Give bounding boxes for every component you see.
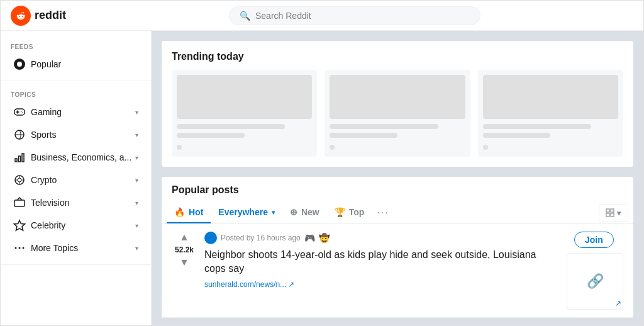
celebrity-label: Celebrity [31, 220, 65, 230]
reddit-logo-icon [11, 6, 31, 26]
trending-card-dot-2 [330, 145, 335, 150]
sports-chevron: ▾ [135, 132, 138, 138]
tab-top-label: Top [349, 207, 365, 217]
trending-card-image-2 [330, 75, 465, 119]
tab-more-dots[interactable]: ··· [372, 205, 394, 221]
post-title[interactable]: Neighbor shoots 14-year-old as kids play… [204, 248, 559, 276]
link-icon: 🔗 [587, 273, 604, 289]
tab-hot-label: Hot [189, 207, 203, 217]
svg-point-21 [15, 247, 17, 249]
popular-posts-title: Popular posts [172, 184, 623, 196]
more-topics-label: More Topics [31, 243, 78, 253]
layout-chevron: ▾ [617, 208, 621, 218]
svg-rect-11 [19, 156, 21, 162]
popular-label: Popular [31, 59, 61, 69]
sidebar-item-celebrity[interactable]: Celebrity ▾ [3, 214, 148, 237]
post-link[interactable]: sunherald.com/news/n... ↗ [204, 280, 559, 289]
tab-hot[interactable]: 🔥 Hot [167, 202, 211, 223]
tab-new[interactable]: ⊕ New [282, 202, 327, 223]
upvote-button[interactable]: ▲ [179, 232, 189, 243]
tab-everywhere-label: Everywhere [218, 207, 268, 217]
sidebar-item-business[interactable]: Business, Economics, a... ▾ [3, 146, 148, 169]
more-topics-icon [13, 242, 26, 254]
svg-point-22 [19, 247, 21, 249]
popular-section: Popular posts 🔥 Hot Everywhere ▾ ⊕ New [162, 177, 633, 318]
sidebar-item-more-topics[interactable]: More Topics ▾ [3, 237, 148, 259]
sidebar-item-gaming[interactable]: Gaming ▾ [3, 101, 148, 123]
sidebar-item-crypto[interactable]: Crypto ▾ [3, 169, 148, 191]
join-button[interactable]: Join [574, 232, 614, 248]
television-label: Television [31, 198, 69, 208]
main-layout: FEEDS Popular TOPICS Gaming [1, 31, 643, 325]
television-chevron: ▾ [135, 200, 138, 206]
search-input[interactable] [255, 11, 470, 21]
svg-rect-26 [606, 213, 609, 216]
trending-card-dot-1 [177, 145, 182, 150]
svg-rect-27 [611, 213, 614, 216]
post-time: Posted by 16 hours ago [221, 233, 301, 242]
logo-area: reddit [11, 6, 66, 26]
tab-new-label: New [301, 207, 319, 217]
sports-label: Sports [31, 130, 56, 140]
trending-card-line-4 [330, 133, 397, 138]
crypto-chevron: ▾ [135, 177, 138, 184]
svg-rect-12 [22, 154, 24, 162]
trending-card-1 [172, 70, 317, 157]
post-thumbnail[interactable]: 🔗 ↗ [567, 253, 623, 310]
new-icon: ⊕ [290, 207, 297, 217]
trending-card-2 [325, 70, 470, 157]
topics-label: TOPICS [1, 86, 151, 101]
trending-card-image-3 [483, 75, 618, 119]
svg-marker-20 [14, 220, 25, 230]
more-topics-chevron: ▾ [135, 245, 138, 252]
logo-text: reddit [35, 9, 66, 22]
trending-card-image-1 [177, 75, 312, 119]
business-label: Business, Economics, a... [31, 152, 131, 162]
popular-icon [13, 58, 26, 70]
vote-column: ▲ 52.2k ▼ [172, 232, 197, 310]
sidebar-item-popular[interactable]: Popular [3, 53, 148, 76]
trending-card-line-3 [330, 124, 438, 129]
svg-point-8 [22, 112, 23, 113]
post-emoji-1: 🎮 [304, 233, 315, 243]
trending-card-line-1 [177, 124, 285, 129]
celebrity-icon [13, 219, 26, 232]
vote-count: 52.2k [175, 245, 194, 254]
downvote-button[interactable]: ▼ [179, 257, 189, 268]
top-icon: 🏆 [335, 207, 345, 217]
sidebar-item-television[interactable]: Television ▾ [3, 191, 148, 214]
trending-title: Trending today [172, 51, 623, 62]
trending-section: Trending today [162, 41, 633, 167]
sidebar-item-sports[interactable]: Sports ▾ [3, 123, 148, 146]
gaming-label: Gaming [31, 107, 62, 117]
post-item: ▲ 52.2k ▼ Posted by 16 hours ago 🎮 🤠 [162, 224, 633, 318]
tab-top[interactable]: 🏆 Top [327, 202, 372, 223]
svg-point-7 [21, 111, 22, 112]
search-icon: 🔍 [240, 11, 250, 21]
sidebar-divider-bottom [1, 264, 151, 265]
header: reddit 🔍 [1, 1, 643, 31]
svg-point-2 [17, 62, 22, 67]
tab-everywhere[interactable]: Everywhere ▾ [211, 202, 282, 223]
gaming-icon [13, 106, 26, 118]
business-chevron: ▾ [135, 154, 138, 161]
posts-tabs: 🔥 Hot Everywhere ▾ ⊕ New 🏆 Top [162, 202, 633, 224]
svg-point-28 [207, 234, 214, 242]
svg-rect-19 [14, 200, 25, 206]
svg-rect-10 [15, 159, 17, 162]
feeds-label: FEEDS [1, 38, 151, 53]
external-link-icon: ↗ [288, 280, 294, 289]
search-bar[interactable]: 🔍 [229, 6, 480, 25]
crypto-label: Crypto [31, 175, 57, 185]
television-icon [13, 196, 26, 209]
trending-card-3 [478, 70, 623, 157]
trending-cards [172, 70, 623, 157]
post-right: Join 🔗 ↗ [567, 232, 623, 310]
post-content: Posted by 16 hours ago 🎮 🤠 Neighbor shoo… [204, 232, 559, 310]
post-emoji-2: 🤠 [319, 233, 330, 243]
crypto-icon [13, 174, 26, 186]
popular-header: Popular posts [162, 177, 633, 196]
svg-rect-25 [611, 209, 614, 212]
everywhere-chevron: ▾ [272, 209, 275, 216]
layout-button[interactable]: ▾ [599, 204, 628, 222]
